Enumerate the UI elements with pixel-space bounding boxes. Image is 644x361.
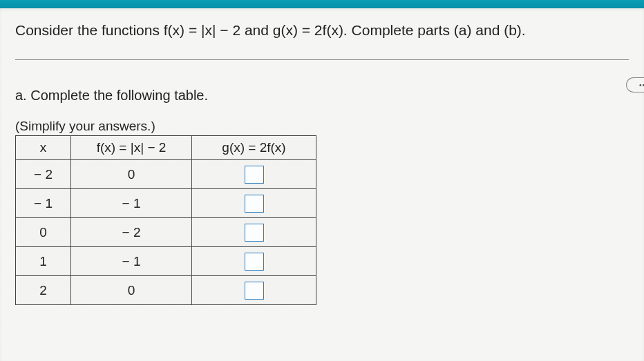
cell-g (192, 247, 316, 276)
cell-x: − 2 (16, 160, 71, 189)
answer-input[interactable] (245, 195, 264, 213)
cell-x: 1 (16, 247, 71, 276)
window-accent-bar (0, 0, 644, 8)
answer-input[interactable] (245, 253, 264, 271)
cell-g (192, 218, 316, 247)
table-row: 0 − 2 (16, 218, 316, 247)
cell-f: − 2 (71, 218, 192, 247)
page-indicator-pill[interactable]: •• (626, 77, 644, 92)
cell-f: 0 (71, 160, 192, 189)
simplify-note: (Simplify your answers.) (15, 119, 629, 134)
values-table: x f(x) = |x| − 2 g(x) = 2f(x) − 2 0 − 1 … (15, 135, 316, 305)
table-row: − 2 0 (16, 160, 316, 189)
part-a-label: a. Complete the following table. (15, 88, 629, 104)
section-divider (15, 59, 629, 60)
header-x: x (16, 136, 71, 160)
table-row: − 1 − 1 (16, 189, 316, 218)
cell-x: 2 (16, 276, 71, 305)
cell-f: 0 (71, 276, 192, 305)
worksheet-page: Consider the functions f(x) = |x| − 2 an… (0, 8, 644, 361)
table-row: 1 − 1 (16, 247, 316, 276)
cell-f: − 1 (71, 247, 192, 276)
header-g: g(x) = 2f(x) (192, 136, 316, 160)
cell-g (192, 276, 316, 305)
table-header-row: x f(x) = |x| − 2 g(x) = 2f(x) (16, 136, 316, 160)
answer-input[interactable] (245, 224, 264, 242)
cell-g (192, 189, 316, 218)
header-f: f(x) = |x| − 2 (71, 136, 192, 160)
cell-g (192, 160, 316, 189)
answer-input[interactable] (245, 282, 264, 300)
table-row: 2 0 (16, 276, 316, 305)
cell-f: − 1 (71, 189, 192, 218)
cell-x: 0 (16, 218, 71, 247)
problem-statement: Consider the functions f(x) = |x| − 2 an… (15, 21, 629, 40)
answer-input[interactable] (245, 166, 264, 184)
cell-x: − 1 (16, 189, 71, 218)
